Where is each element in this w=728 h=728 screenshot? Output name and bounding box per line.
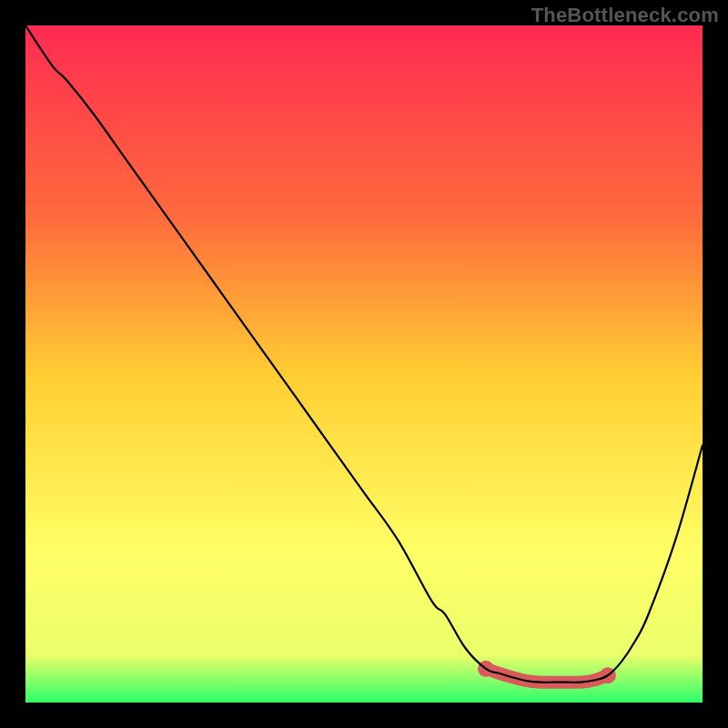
chart-plot-area: [25, 25, 703, 703]
chart-container: TheBottleneck.com: [0, 0, 728, 728]
chart-svg: [25, 25, 703, 703]
watermark-text: TheBottleneck.com: [531, 4, 719, 27]
chart-background-gradient: [25, 25, 703, 703]
